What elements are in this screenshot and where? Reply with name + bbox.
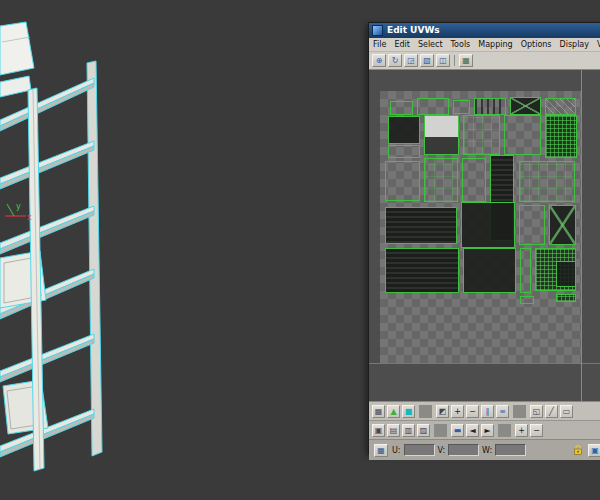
texture-list-icon[interactable]: ▬ <box>451 424 464 437</box>
scale-tool-icon[interactable]: ◲ <box>404 54 418 67</box>
uv-island[interactable] <box>520 248 531 293</box>
menu-tools[interactable]: Tools <box>447 38 475 51</box>
mirror-tool-icon[interactable]: ◫ <box>436 54 450 67</box>
axis-gizmo: y x <box>5 202 32 222</box>
misc-tool-icon[interactable]: ▣ <box>588 444 600 457</box>
row1-separator-2[interactable] <box>513 405 526 418</box>
toolbar-separator[interactable] <box>454 55 455 66</box>
shrink-selection-icon[interactable]: − <box>466 405 479 418</box>
shelf-model[interactable] <box>0 22 102 471</box>
sheet-item <box>0 76 31 97</box>
u-label: U: <box>392 446 401 455</box>
window-title: Edit UVWs <box>387 23 440 38</box>
uv-island[interactable] <box>385 248 459 293</box>
menu-file[interactable]: File <box>369 38 390 51</box>
menubar: FileEditSelectToolsMappingOptionsDisplay… <box>369 38 600 52</box>
w-label: W: <box>482 446 492 455</box>
rectangle-select-icon[interactable]: ▭ <box>560 405 573 418</box>
selection-toolbar: ▦▲■◩+−∥≡◱╱▭ <box>369 402 600 421</box>
show-map-toggle-icon[interactable]: ▦ <box>459 54 473 67</box>
typein-mode-button[interactable]: ▦ <box>374 444 388 457</box>
uv-island[interactable] <box>388 145 420 158</box>
uv-island[interactable] <box>519 161 575 202</box>
loop-selection-icon[interactable]: ∥ <box>481 405 494 418</box>
app-icon <box>372 25 383 36</box>
uv-island[interactable] <box>390 101 413 115</box>
uv-island[interactable] <box>453 100 470 114</box>
uv-island[interactable] <box>520 296 534 304</box>
move-tool-icon[interactable]: ⊕ <box>372 54 386 67</box>
uv-island[interactable] <box>461 202 515 248</box>
face-mode-icon[interactable]: ■ <box>402 405 415 418</box>
menu-mapping[interactable]: Mapping <box>474 38 516 51</box>
menu-select[interactable]: Select <box>414 38 447 51</box>
titlebar[interactable]: Edit UVWs <box>369 23 600 38</box>
uv-island[interactable] <box>474 98 506 115</box>
menu-edit[interactable]: Edit <box>390 38 414 51</box>
axis-x-label: x <box>27 213 32 222</box>
uv-island[interactable] <box>424 158 458 202</box>
uv-island[interactable] <box>545 98 576 115</box>
freeze-selection-icon[interactable]: ▨ <box>417 424 430 437</box>
uv-island[interactable] <box>549 205 576 245</box>
row1-separator-1[interactable] <box>419 405 432 418</box>
statusbar: ▦ U: V: W: ▣ <box>369 440 600 460</box>
menu-options[interactable]: Options <box>517 38 556 51</box>
viewport-3d[interactable]: y x <box>0 0 368 500</box>
shelf-post-right[interactable] <box>87 61 102 456</box>
v-label: V: <box>438 446 446 455</box>
uv-island[interactable] <box>504 115 541 155</box>
uv-island[interactable] <box>519 205 545 245</box>
hide-selection-icon[interactable]: ▥ <box>402 424 415 437</box>
axis-y-line <box>7 204 14 216</box>
uv-island[interactable] <box>510 97 541 115</box>
edge-draw-icon[interactable]: ╱ <box>545 405 558 418</box>
menu-display[interactable]: Display <box>556 38 594 51</box>
next-icon[interactable]: ► <box>481 424 494 437</box>
lock-selection-toggle-icon[interactable]: ▣ <box>372 424 385 437</box>
ring-selection-icon[interactable]: ≡ <box>496 405 509 418</box>
align-tool-icon[interactable]: ◱ <box>530 405 543 418</box>
uv-island[interactable] <box>462 158 486 202</box>
uv-island[interactable] <box>463 115 500 155</box>
row2-separator-1[interactable] <box>434 424 447 437</box>
v-field[interactable] <box>448 444 479 456</box>
freeform-mode-icon[interactable]: ▧ <box>420 54 434 67</box>
rotate-tool-icon[interactable]: ↻ <box>388 54 402 67</box>
box-top <box>0 22 34 75</box>
row2-separator-2[interactable] <box>498 424 511 437</box>
edit-uvws-window: Edit UVWs FileEditSelectToolsMappingOpti… <box>368 22 600 454</box>
uv-island[interactable] <box>385 207 457 244</box>
menu-view[interactable]: View <box>593 38 600 51</box>
uv-island[interactable] <box>545 115 577 158</box>
snap-grid-toggle-icon[interactable]: ▦ <box>372 405 385 418</box>
uv-island[interactable] <box>556 294 576 302</box>
zoom-in-icon[interactable]: + <box>515 424 528 437</box>
top-toolbar: ⊕↻◲▧◫▦ <box>369 52 600 70</box>
previous-icon[interactable]: ◄ <box>466 424 479 437</box>
desktop: { "colors": { "background": "#3a3a3a", "… <box>0 0 600 500</box>
uv-island[interactable] <box>463 248 516 293</box>
uv-island[interactable] <box>556 261 576 287</box>
select-element-toggle-icon[interactable]: ◩ <box>436 405 449 418</box>
uv-canvas[interactable] <box>369 70 600 402</box>
polygon-filter-icon[interactable]: ▲ <box>387 405 400 418</box>
axis-y-label: y <box>16 202 21 211</box>
options-toolbar: ▣▤▥▨▬◄►+− <box>369 421 600 440</box>
u-field[interactable] <box>404 444 435 456</box>
uv-island[interactable] <box>417 98 449 115</box>
uv-island[interactable] <box>388 116 420 144</box>
lock-icon[interactable] <box>572 444 584 456</box>
grow-selection-icon[interactable]: + <box>451 405 464 418</box>
uv-islands-layer <box>369 70 600 401</box>
filter-faces-icon[interactable]: ▤ <box>387 424 400 437</box>
uv-island[interactable] <box>385 161 420 201</box>
zoom-out-icon[interactable]: − <box>530 424 543 437</box>
w-field[interactable] <box>495 444 526 456</box>
uv-island[interactable] <box>424 115 459 155</box>
